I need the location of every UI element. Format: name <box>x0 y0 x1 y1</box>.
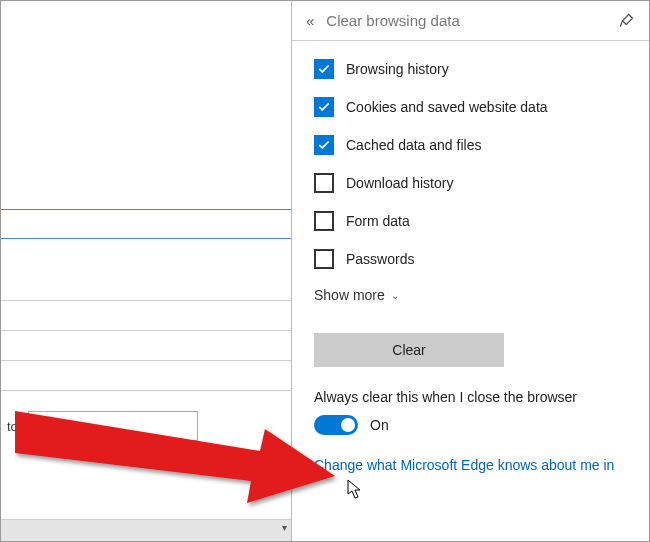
check-cached[interactable]: Cached data and files <box>314 135 627 155</box>
check-browsing-history[interactable]: Browsing history <box>314 59 627 79</box>
clear-browsing-data-panel: « Clear browsing data Browsing history C… <box>291 1 649 542</box>
checkbox-icon <box>314 59 334 79</box>
panel-header: « Clear browsing data <box>292 1 649 41</box>
check-label: Browsing history <box>346 61 449 77</box>
table-rows <box>1 271 293 391</box>
check-label: Download history <box>346 175 453 191</box>
checkbox-icon <box>314 135 334 155</box>
always-clear-toggle-row: On <box>314 415 627 435</box>
show-more-label: Show more <box>314 287 385 303</box>
to-input-row: to <box>7 411 198 441</box>
panel-body: Browsing history Cookies and saved websi… <box>292 41 649 542</box>
chevron-down-icon: ⌄ <box>391 290 399 301</box>
always-clear-label: Always clear this when I close the brows… <box>314 389 627 405</box>
to-label: to <box>7 419 18 434</box>
bottom-scrollbar[interactable] <box>1 519 293 542</box>
to-input[interactable] <box>28 411 198 441</box>
check-form-data[interactable]: Form data <box>314 211 627 231</box>
check-download-history[interactable]: Download history <box>314 173 627 193</box>
checkbox-icon <box>314 173 334 193</box>
check-passwords[interactable]: Passwords <box>314 249 627 269</box>
clear-button[interactable]: Clear <box>314 333 504 367</box>
always-clear-toggle[interactable] <box>314 415 358 435</box>
background-content: to <box>1 1 293 542</box>
back-icon[interactable]: « <box>306 12 314 29</box>
toggle-knob <box>341 418 355 432</box>
check-label: Cookies and saved website data <box>346 99 548 115</box>
pin-icon[interactable] <box>620 12 635 30</box>
check-label: Form data <box>346 213 410 229</box>
checkbox-icon <box>314 249 334 269</box>
check-label: Passwords <box>346 251 414 267</box>
change-edge-link[interactable]: Change what Microsoft Edge knows about m… <box>314 457 627 473</box>
toggle-state-label: On <box>370 417 389 433</box>
check-cookies[interactable]: Cookies and saved website data <box>314 97 627 117</box>
selected-row-highlight <box>1 209 293 239</box>
show-more-link[interactable]: Show more ⌄ <box>314 287 627 303</box>
check-label: Cached data and files <box>346 137 481 153</box>
panel-title: Clear browsing data <box>326 12 608 29</box>
checkbox-icon <box>314 211 334 231</box>
checkbox-icon <box>314 97 334 117</box>
